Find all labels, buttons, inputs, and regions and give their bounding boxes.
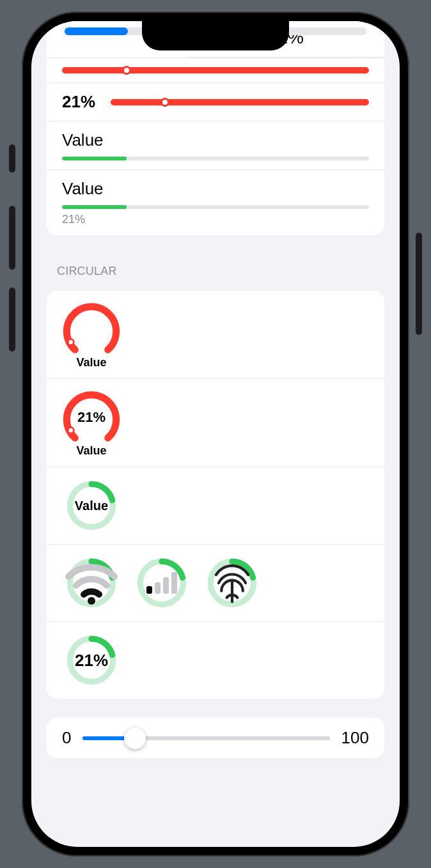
gauge-red-row-1: Value	[47, 291, 384, 378]
gauge-red-row-2: 21% Value	[47, 378, 384, 467]
value-progress-row-2: Value 21%	[47, 169, 384, 235]
ring-wifi[interactable]	[65, 556, 118, 610]
ring-icons-row	[47, 544, 384, 621]
slider-min-label: 0	[62, 728, 71, 748]
circular-section-header: CIRCULAR	[57, 265, 374, 278]
fingerprint-icon	[205, 556, 259, 610]
progress-title: Value	[62, 179, 369, 199]
progress-bar-2	[62, 205, 369, 209]
slider-thumb[interactable]	[122, 66, 131, 75]
phone-frame: 21% 21% Value	[22, 12, 409, 856]
svg-point-0	[68, 339, 74, 345]
progress-title: Value	[62, 130, 369, 150]
ring-center-text: Value	[75, 499, 108, 513]
volume-up-button	[9, 206, 15, 270]
open-gauge-red-2[interactable]: 21%	[62, 388, 121, 447]
ring-green-value-row: Value	[47, 467, 384, 544]
slider-thumb[interactable]	[161, 98, 169, 107]
red-slider-row-1	[47, 58, 384, 82]
volume-down-button	[9, 288, 15, 352]
ring-touchid[interactable]	[205, 556, 259, 610]
slider-max-label: 100	[341, 728, 369, 748]
progress-bar-1	[62, 157, 369, 160]
slider-knob[interactable]	[124, 727, 146, 749]
mute-switch	[9, 144, 15, 173]
ring-green-percent[interactable]: 21%	[65, 633, 118, 687]
red-slider-row-2: 21%	[47, 82, 384, 121]
red-slider-2[interactable]	[111, 99, 369, 105]
gauge-center-text: 21%	[62, 388, 121, 447]
ring-cellular[interactable]	[135, 556, 189, 610]
cellular-bars-icon	[135, 556, 189, 610]
svg-point-6	[88, 597, 95, 605]
ring-green-percent-row: 21%	[47, 621, 384, 699]
ring-center-text: 21%	[75, 651, 108, 670]
ring-green-value[interactable]: Value	[65, 479, 118, 532]
top-progress-fill	[65, 27, 128, 35]
red-slider-1[interactable]	[62, 67, 369, 74]
power-button	[416, 233, 422, 335]
wifi-icon	[65, 556, 118, 610]
slider-value-label: 21%	[62, 92, 100, 112]
circular-gauges-card: Value 21% Value	[47, 291, 384, 699]
bottom-slider[interactable]	[82, 736, 329, 740]
value-progress-row-1: Value	[47, 121, 384, 169]
open-gauge-red-1[interactable]	[62, 300, 121, 359]
screen: 21% 21% Value	[31, 21, 400, 847]
progress-caption: 21%	[62, 213, 369, 226]
notch	[142, 21, 289, 50]
linear-gauges-card: 21% 21% Value	[47, 21, 384, 235]
bottom-slider-card: 0 100	[47, 718, 384, 758]
